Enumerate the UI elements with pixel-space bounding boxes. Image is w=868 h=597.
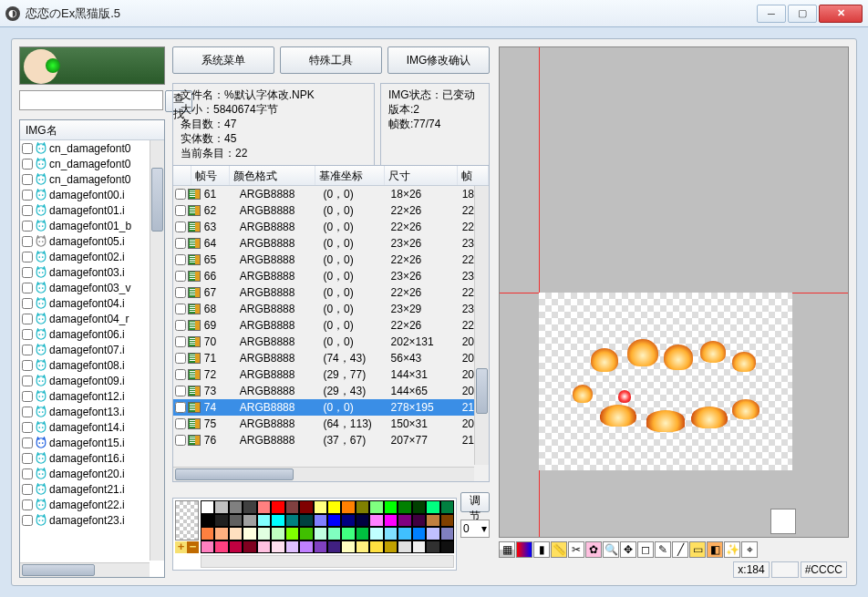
img-confirm-button[interactable]: IMG修改确认	[388, 46, 490, 74]
palette-swatch[interactable]	[229, 500, 243, 514]
palette-swatch[interactable]	[398, 527, 411, 540]
tool-ruler[interactable]: 📏	[551, 541, 567, 558]
img-list-row[interactable]: damagefont02.i	[20, 249, 150, 264]
palette-swatch[interactable]	[201, 527, 214, 540]
img-list-row[interactable]: damagefont09.i	[20, 373, 150, 388]
tool-pick[interactable]: ⌖	[741, 541, 758, 558]
frame-row-checkbox[interactable]	[175, 418, 186, 429]
img-list-hscroll[interactable]	[20, 562, 150, 577]
palette-swatch[interactable]	[271, 540, 284, 554]
frame-row-checkbox[interactable]	[175, 205, 186, 216]
img-row-checkbox[interactable]	[22, 376, 33, 386]
frame-row-checkbox[interactable]	[175, 254, 186, 265]
palette-hscroll[interactable]	[201, 555, 454, 568]
img-list-row[interactable]: damagefont01.i	[20, 202, 150, 218]
palette-swatch[interactable]	[440, 500, 454, 514]
palette-swatch[interactable]	[412, 514, 426, 528]
frame-row-checkbox[interactable]	[175, 386, 186, 396]
img-list-row[interactable]: damagefont06.i	[20, 326, 150, 342]
frame-row-checkbox[interactable]	[175, 402, 186, 413]
palette-swatch[interactable]	[384, 514, 398, 528]
palette-swatch[interactable]	[341, 514, 355, 528]
preview-canvas[interactable]	[499, 46, 849, 538]
img-list-row[interactable]: damagefont00.i	[20, 187, 150, 202]
img-list-row[interactable]: damagefont03.i	[20, 264, 150, 280]
palette-swatch[interactable]	[285, 500, 299, 514]
palette-swatch[interactable]	[214, 527, 228, 540]
img-row-checkbox[interactable]	[22, 329, 33, 340]
palette-swatch[interactable]	[257, 540, 271, 554]
palette-swatch[interactable]	[369, 527, 383, 540]
img-list-row[interactable]: damagefont21.i	[20, 481, 150, 497]
frame-row[interactable]: 67ARGB8888(0，0)22×2622	[173, 284, 474, 301]
palette-swatch[interactable]	[327, 514, 341, 528]
img-list-row[interactable]: damagefont05.i	[20, 233, 150, 249]
maximize-button[interactable]: ▢	[788, 5, 817, 23]
palette-swatch[interactable]	[271, 514, 284, 528]
palette-add-button[interactable]: +	[175, 541, 187, 553]
frame-row[interactable]: 61ARGB8888(0，0)18×2618	[173, 186, 474, 202]
img-list-header[interactable]: IMG名	[20, 120, 164, 140]
frame-row[interactable]: 71ARGB8888(74，43)56×4320	[173, 350, 474, 366]
palette-swatch[interactable]	[314, 514, 327, 528]
palette-swatch[interactable]	[384, 540, 398, 554]
frame-row[interactable]: 63ARGB8888(0，0)22×2622	[173, 219, 474, 235]
img-list-row[interactable]: damagefont04.i	[20, 295, 150, 311]
palette-swatch[interactable]	[314, 527, 327, 540]
img-row-checkbox[interactable]	[22, 159, 33, 170]
palette-swatch[interactable]	[426, 540, 439, 554]
img-row-checkbox[interactable]	[22, 345, 33, 355]
img-row-checkbox[interactable]	[22, 422, 33, 433]
palette-swatch[interactable]	[243, 527, 256, 540]
zero-select[interactable]: 0▾	[460, 520, 490, 538]
img-row-checkbox[interactable]	[22, 437, 33, 448]
frame-row-checkbox[interactable]	[175, 435, 186, 446]
palette-swatch[interactable]	[271, 527, 284, 540]
palette-swatch[interactable]	[299, 500, 313, 514]
palette-swatch[interactable]	[214, 514, 228, 528]
palette-swatch[interactable]	[327, 500, 341, 514]
adjust-button[interactable]: 调节	[460, 492, 490, 512]
img-list-row[interactable]: damagefont23.i	[20, 512, 150, 528]
palette-swatch[interactable]	[426, 500, 439, 514]
frame-row[interactable]: 66ARGB8888(0，0)23×2623	[173, 268, 474, 284]
palette-swatch[interactable]	[440, 540, 454, 554]
current-color-swatch[interactable]	[770, 509, 796, 534]
img-list-row[interactable]: damagefont12.i	[20, 388, 150, 404]
frame-row-checkbox[interactable]	[175, 353, 186, 364]
palette-swatch[interactable]	[243, 514, 256, 528]
frame-row[interactable]: 70ARGB8888(0，0)202×13120	[173, 334, 474, 350]
frame-row[interactable]: 72ARGB8888(29，77)144×3120	[173, 366, 474, 383]
tool-move[interactable]: ✥	[620, 541, 636, 558]
tool-levels[interactable]: ▮	[533, 541, 550, 558]
img-row-checkbox[interactable]	[22, 236, 33, 247]
palette-swatch[interactable]	[314, 540, 327, 554]
img-list-row[interactable]: damagefont07.i	[20, 342, 150, 357]
img-row-checkbox[interactable]	[22, 314, 33, 324]
img-row-checkbox[interactable]	[22, 391, 33, 402]
img-list-row[interactable]: damagefont20.i	[20, 466, 150, 481]
img-row-checkbox[interactable]	[22, 252, 33, 262]
frame-row-checkbox[interactable]	[175, 271, 186, 282]
tool-crop[interactable]: ◻	[637, 541, 654, 558]
special-tools-button[interactable]: 特殊工具	[280, 46, 382, 74]
img-list-row[interactable]: damagefont01_b	[20, 218, 150, 233]
frame-list-header[interactable]: 帧号 颜色格式 基准坐标 尺寸 帧	[173, 166, 489, 186]
img-list-row[interactable]: cn_damagefont0	[20, 156, 150, 171]
frame-row[interactable]: 68ARGB8888(0，0)23×2923	[173, 301, 474, 317]
palette-swatch[interactable]	[214, 500, 228, 514]
frame-row[interactable]: 69ARGB8888(0，0)22×2622	[173, 317, 474, 334]
frame-list-hscroll[interactable]	[173, 467, 474, 481]
frame-row-checkbox[interactable]	[175, 287, 186, 298]
img-row-checkbox[interactable]	[22, 515, 33, 526]
palette-swatch[interactable]	[285, 540, 299, 554]
tool-grid[interactable]: ▦	[499, 541, 515, 558]
palette-swatch[interactable]	[257, 527, 271, 540]
palette-swatch[interactable]	[257, 514, 271, 528]
palette-swatch[interactable]	[229, 540, 243, 554]
palette-swatch[interactable]	[229, 514, 243, 528]
frame-row[interactable]: 75ARGB8888(64，113)150×3120	[173, 416, 474, 432]
tool-rgb[interactable]	[516, 541, 532, 558]
tool-box[interactable]: ▭	[689, 541, 706, 558]
palette-swatch[interactable]	[398, 500, 411, 514]
